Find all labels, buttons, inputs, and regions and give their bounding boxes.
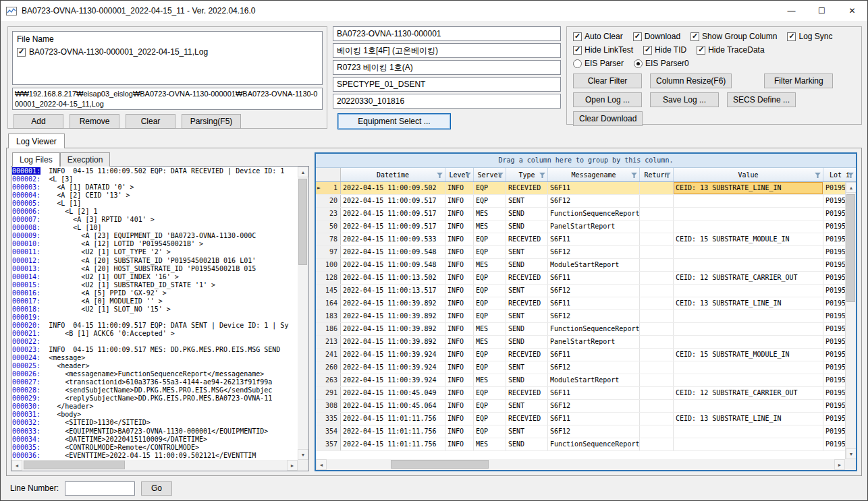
- checkbox-hide-tracedata[interactable]: Hide TraceData: [697, 45, 764, 55]
- grid-vertical-scrollbar[interactable]: ▲ ▼: [845, 182, 856, 459]
- save-log-button[interactable]: Save Log ...: [650, 92, 719, 107]
- log-line[interactable]: 000013: <A [20] HOST_SUBSTRATE_ID 'P0195…: [12, 265, 297, 273]
- radio-eis-parser0[interactable]: EIS Parser0: [634, 59, 689, 68]
- log-line[interactable]: 000012: <A [20] SUBSTRATE_ID 'P019545002…: [12, 257, 297, 265]
- log-line[interactable]: 000029: <replySubjectName>DD.PKG.EIS.PRO…: [12, 394, 297, 403]
- grid-row[interactable]: 3352022-04-15 11:01:11.756INFOEQPRECEVIE…: [316, 413, 845, 425]
- log-line[interactable]: 000032: <SITEID>1130</SITEID>: [12, 419, 297, 427]
- scroll-left-icon[interactable]: ◄: [11, 460, 22, 471]
- grid-horizontal-scrollbar[interactable]: ◄ ►: [316, 459, 856, 470]
- log-line[interactable]: 000036: <EVENTTIME>2022-04-15 11:00:09.5…: [12, 452, 297, 459]
- grid-row[interactable]: 2602022-04-15 11:00:39.924INFOEQPSENTS6F…: [316, 361, 845, 374]
- grid-row[interactable]: 232022-04-15 11:00:09.517INFOMESSENDFunc…: [316, 208, 845, 220]
- log-line[interactable]: 000002: <L [3]: [12, 175, 297, 183]
- checkbox-download[interactable]: Download: [633, 32, 680, 41]
- log-line[interactable]: 000006: <L [2] 1: [12, 208, 297, 216]
- checkbox-log-sync[interactable]: Log Sync: [787, 32, 832, 41]
- log-line[interactable]: 000016: <A [5] PPID 'GX-92' >: [12, 289, 297, 297]
- clear-filter-button[interactable]: Clear Filter: [573, 73, 642, 88]
- checkbox-show-group-column[interactable]: Show Group Column: [690, 32, 777, 41]
- log-line[interactable]: 000024: <message>: [12, 354, 297, 362]
- log-line[interactable]: 000021: <B [1] ACKC6 '0:Accepted' >: [12, 330, 297, 338]
- log-line[interactable]: 000011: <U2 [1] LOT_TYPE '2' >: [12, 248, 297, 256]
- add-button[interactable]: Add: [13, 114, 63, 129]
- tab-log-viewer[interactable]: Log Viewer: [8, 134, 65, 148]
- close-button[interactable]: ✕: [837, 1, 867, 21]
- log-line[interactable]: 000027: <transactionid>610a3736-55a3-414…: [12, 378, 297, 386]
- log-line[interactable]: 000010: <A [12] LOTID 'P0195450021B' >: [12, 240, 297, 248]
- filter-icon[interactable]: [539, 173, 545, 178]
- grid-row[interactable]: 202022-04-15 11:00:09.517INFOEQPSENTS6F1…: [316, 195, 845, 208]
- log-vscroll-thumb[interactable]: [298, 179, 307, 265]
- file-list-item[interactable]: BA0723-OVNA-1130-000001_2022-04-15_11,Lo…: [17, 47, 318, 57]
- column-header-messagename[interactable]: Messagename: [548, 168, 640, 181]
- parsing-button[interactable]: Parsing(F5): [182, 114, 241, 129]
- file-item-checkbox[interactable]: [17, 48, 26, 57]
- log-vertical-scrollbar[interactable]: ▲ ▼: [298, 167, 308, 460]
- titlebar[interactable]: BA0723-OVNA-1130-000001_2022-04-15_11 - …: [1, 1, 867, 21]
- log-line[interactable]: 000030: </header>: [12, 403, 297, 411]
- scroll-right-icon[interactable]: ►: [287, 460, 298, 471]
- log-line[interactable]: 000008: <L [10]: [12, 224, 297, 232]
- log-line[interactable]: 000034: <DATETIME>20220415110009</DATETI…: [12, 436, 297, 444]
- checkbox-hide-tid[interactable]: Hide TID: [643, 45, 686, 55]
- log-line[interactable]: 000020: INFO 04-15 11:00:09.517 EQP: DAT…: [12, 322, 297, 330]
- spec-date-field[interactable]: [333, 94, 561, 109]
- scroll-down-icon[interactable]: ▼: [298, 449, 308, 460]
- grid-group-bar[interactable]: Drag a column here to group by this colu…: [316, 154, 856, 168]
- equipment-id-field[interactable]: [333, 26, 561, 41]
- grid-row[interactable]: 2412022-04-15 11:00:39.924INFOEQPRECEVIE…: [316, 349, 845, 361]
- filter-icon[interactable]: [815, 173, 821, 178]
- line-number-input[interactable]: [65, 481, 135, 496]
- spec-type-field[interactable]: [333, 77, 561, 92]
- column-header-type[interactable]: Type: [506, 168, 548, 181]
- scroll-up-icon[interactable]: ▲: [846, 182, 856, 193]
- equipment-line-field[interactable]: [333, 60, 561, 75]
- grid-vscroll-thumb[interactable]: [846, 194, 855, 302]
- grid-row[interactable]: 782022-04-15 11:00:09.533INFOEQPRECEVIED…: [316, 233, 845, 246]
- grid-row[interactable]: 3542022-04-15 11:01:11.756INFOEQPSENTS6F…: [316, 425, 845, 438]
- log-line[interactable]: 000028: <sendSubjectName>DD.PKG.MES.PRO.…: [12, 386, 297, 394]
- tab-exception[interactable]: Execption: [60, 152, 111, 167]
- radio-eis-parser[interactable]: EIS Parser: [573, 59, 624, 68]
- minimize-button[interactable]: —: [776, 1, 807, 21]
- column-header-lot-i[interactable]: Lot i: [823, 168, 856, 181]
- log-line[interactable]: 000017: <A [0] MODULEID '' >: [12, 297, 297, 305]
- grid-row[interactable]: ►12022-04-15 11:00:09.502INFOEQPRECEVIED…: [316, 182, 845, 195]
- grid-row[interactable]: 502022-04-15 11:00:09.517INFOMESSENDPane…: [316, 220, 845, 233]
- log-line[interactable]: 000019:: [12, 314, 297, 322]
- grid-row[interactable]: 1642022-04-15 11:00:39.892INFOEQPRECEVIE…: [316, 297, 845, 310]
- log-line[interactable]: 000004: <A [2] CEID '13' >: [12, 191, 297, 200]
- checkbox-hide-linktest[interactable]: Hide LinkTest: [573, 45, 633, 55]
- clear-button[interactable]: Clear: [126, 114, 175, 129]
- log-line[interactable]: 000031: <body>: [12, 411, 297, 419]
- go-button[interactable]: Go: [141, 481, 172, 496]
- remove-button[interactable]: Remove: [70, 114, 119, 129]
- column-header-level[interactable]: Level: [445, 168, 474, 181]
- log-line[interactable]: 000003: <A [1] DATAID '0' >: [12, 183, 297, 191]
- column-header-return[interactable]: Return: [640, 168, 674, 181]
- log-line[interactable]: 000015: <U2 [1] SUBSTRATED_ID_STATE '1' …: [12, 281, 297, 289]
- equipment-name-field[interactable]: [333, 43, 561, 58]
- maximize-button[interactable]: ☐: [807, 1, 837, 21]
- filter-icon[interactable]: [631, 173, 637, 178]
- log-line[interactable]: 000014: <U2 [1] OUT_INDEX '16' >: [12, 273, 297, 281]
- log-line[interactable]: 000009: <A [23] EQUIPMENT_ID 'BA0723-OVN…: [12, 232, 297, 240]
- filter-icon[interactable]: [437, 173, 443, 178]
- log-line[interactable]: 000025: <header>: [12, 362, 297, 370]
- grid-row[interactable]: 3572022-04-15 11:01:11.756INFOMESSENDFun…: [316, 438, 845, 451]
- grid-row[interactable]: 1452022-04-15 11:00:13.517INFOEQPSENTS6F…: [316, 285, 845, 297]
- column-header-datetime[interactable]: Datetime: [341, 168, 445, 181]
- grid-row[interactable]: 2912022-04-15 11:00:45.049INFOEQPRECEVIE…: [316, 387, 845, 400]
- log-line[interactable]: 000001: INFO 04-15 11:00:09.502 EQP: DAT…: [12, 167, 297, 175]
- clear-download-button[interactable]: Clear Download: [573, 111, 643, 126]
- log-line[interactable]: 000007: <A [3] RPTID '401' >: [12, 216, 297, 224]
- grid-row[interactable]: 1862022-04-15 11:00:39.892INFOMESSENDFun…: [316, 323, 845, 336]
- equipment-select-button[interactable]: Equipment Select ...: [337, 113, 451, 129]
- secs-define-button[interactable]: SECS Define ...: [727, 92, 796, 107]
- filter-marking-button[interactable]: Filter Marking: [764, 73, 833, 88]
- grid-row[interactable]: 972022-04-15 11:00:09.548INFOEQPSENTS6F1…: [316, 246, 845, 259]
- scroll-right-icon[interactable]: ►: [834, 459, 845, 470]
- grid-row[interactable]: 2132022-04-15 11:00:39.892INFOMESSENDPan…: [316, 336, 845, 349]
- log-line[interactable]: 000005: <L [1]: [12, 200, 297, 208]
